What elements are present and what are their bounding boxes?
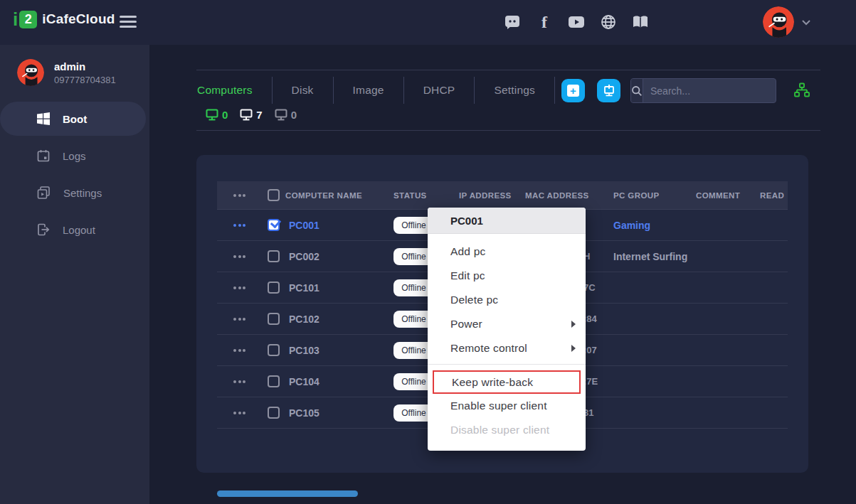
app-logo: i 2 iCafeCloud	[13, 10, 115, 28]
sidebar-item-boot[interactable]: Boot	[0, 102, 146, 136]
row-checkbox[interactable]	[268, 407, 280, 419]
col-read: READ	[754, 191, 788, 200]
computer-name-link[interactable]: PC102	[289, 313, 319, 325]
computer-name-link[interactable]: PC001	[289, 220, 319, 231]
book-icon[interactable]	[631, 12, 650, 32]
tab-divider	[554, 77, 555, 104]
row-checkbox[interactable]	[268, 219, 280, 231]
other-count[interactable]: 0	[275, 109, 297, 121]
monitor-icon	[240, 109, 254, 121]
search-box	[630, 78, 776, 103]
context-menu-list: Add pc Edit pc Delete pc Power Remote co…	[428, 234, 586, 442]
computer-name-link[interactable]: PC104	[289, 376, 319, 387]
logo-text: iCafeCloud	[42, 11, 115, 27]
col-ip: IP ADDRESS	[453, 191, 519, 200]
menu-item-remote-control[interactable]: Remote control	[428, 336, 586, 360]
main-content: Computers Disk Image DHCP Settings 0 7 0…	[149, 45, 856, 504]
sidebar-item-label: Boot	[63, 113, 87, 125]
monitor-icon	[206, 109, 220, 121]
menu-item-enable-super-client[interactable]: Enable super client	[428, 394, 586, 418]
add-pc-icon: +	[567, 85, 579, 97]
col-status: STATUS	[388, 191, 453, 200]
menu-item-label: Remote control	[450, 342, 527, 355]
submenu-arrow-icon	[571, 345, 576, 352]
online-count[interactable]: 0	[206, 109, 228, 121]
logo-i-glyph: i	[13, 10, 18, 28]
menu-item-add-pc[interactable]: Add pc	[428, 240, 586, 264]
col-mac: MAC ADDRESS	[519, 191, 608, 200]
menu-item-label: Power	[450, 318, 482, 331]
logout-icon	[37, 223, 50, 236]
menu-item-disable-super-client: Disable super client	[428, 418, 586, 442]
row-checkbox[interactable]	[268, 375, 280, 387]
col-comment: COMMENT	[690, 191, 754, 200]
sidebar-item-logout[interactable]: Logout	[0, 213, 149, 247]
sidebar-item-logs[interactable]: Logs	[0, 139, 149, 173]
tab-settings[interactable]: Settings	[475, 84, 554, 97]
horizontal-scrollbar[interactable]	[217, 490, 358, 497]
count-value: 0	[291, 109, 297, 121]
tab-dhcp[interactable]: DHCP	[404, 84, 475, 97]
ninja-avatar[interactable]	[763, 6, 794, 38]
row-checkbox[interactable]	[268, 250, 280, 262]
count-value: 7	[256, 109, 262, 121]
menu-item-delete-pc[interactable]: Delete pc	[428, 288, 586, 312]
row-actions-icon[interactable]	[233, 380, 245, 383]
user-name: admin	[54, 60, 116, 73]
ninja-avatar	[17, 59, 44, 86]
tab-computers[interactable]: Computers	[196, 84, 272, 97]
row-checkbox[interactable]	[268, 344, 280, 356]
tab-bar: Computers Disk Image DHCP Settings	[196, 76, 555, 104]
count-value: 0	[222, 109, 228, 121]
row-actions-icon[interactable]	[233, 286, 245, 289]
top-bar: i 2 iCafeCloud f	[0, 0, 856, 45]
computer-name-link[interactable]: PC103	[289, 345, 319, 356]
pc-status-counts: 0 7 0	[206, 109, 297, 121]
sidebar-nav: Boot Logs Settings Logout	[0, 102, 149, 250]
header-actions-icon	[233, 194, 245, 197]
menu-divider	[428, 364, 586, 365]
row-actions-icon[interactable]	[233, 412, 245, 414]
add-pc-button[interactable]: +	[561, 79, 585, 102]
calendar-icon	[37, 149, 50, 162]
chevron-down-icon[interactable]	[801, 19, 811, 26]
sidebar: admin 097778704381 Boot Logs Settings Lo…	[0, 45, 149, 504]
menu-item-keep-write-back[interactable]: Keep write-back	[433, 370, 581, 394]
youtube-icon[interactable]	[567, 12, 586, 32]
submenu-arrow-icon	[571, 321, 576, 328]
facebook-icon[interactable]: f	[535, 12, 554, 32]
row-checkbox[interactable]	[268, 313, 280, 325]
table-header-row: COMPUTER NAME STATUS IP ADDRESS MAC ADDR…	[217, 181, 788, 210]
globe-icon[interactable]	[599, 12, 618, 32]
search-icon	[631, 79, 643, 102]
user-menu[interactable]	[763, 6, 811, 38]
sidebar-user: admin 097778704381	[17, 59, 116, 86]
sidebar-item-settings[interactable]: Settings	[0, 176, 149, 210]
add-monitor-button[interactable]	[597, 79, 620, 102]
computer-name-link[interactable]: PC002	[289, 251, 319, 262]
hamburger-icon[interactable]	[120, 16, 137, 31]
row-actions-icon[interactable]	[233, 255, 245, 258]
sidebar-item-label: Settings	[63, 187, 102, 199]
copies-icon	[37, 186, 51, 200]
row-actions-icon[interactable]	[233, 349, 245, 352]
pc-group-link[interactable]: Gaming	[613, 220, 650, 231]
tab-disk[interactable]: Disk	[273, 84, 333, 97]
select-all-checkbox[interactable]	[268, 189, 280, 201]
pc-group-cell: Internet Surfing	[613, 251, 687, 262]
offline-count[interactable]: 7	[240, 109, 262, 121]
sitemap-icon[interactable]	[793, 82, 810, 100]
menu-item-power[interactable]: Power	[428, 312, 586, 336]
search-input[interactable]	[643, 79, 776, 102]
col-computer-name: COMPUTER NAME	[285, 191, 362, 200]
row-checkbox[interactable]	[268, 282, 280, 294]
menu-item-edit-pc[interactable]: Edit pc	[428, 264, 586, 288]
tab-image[interactable]: Image	[334, 84, 403, 97]
computer-name-link[interactable]: PC101	[289, 282, 319, 294]
user-id: 097778704381	[54, 75, 116, 85]
sidebar-item-label: Logout	[63, 224, 95, 236]
discord-icon[interactable]	[503, 12, 522, 32]
computer-name-link[interactable]: PC105	[289, 407, 319, 419]
row-actions-icon[interactable]	[233, 224, 245, 227]
row-actions-icon[interactable]	[233, 318, 245, 321]
